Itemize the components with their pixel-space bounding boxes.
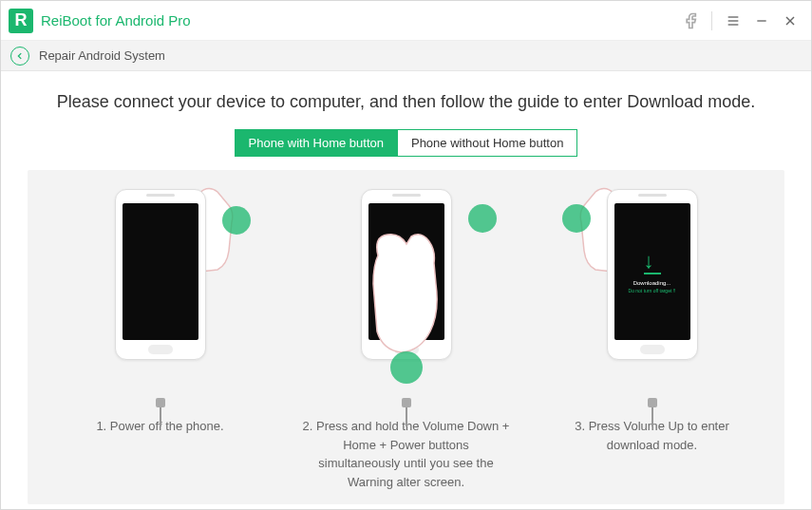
step-1-illustration xyxy=(85,189,236,398)
footer: Can't enter the download mode? xyxy=(28,504,784,510)
step-3-illustration: ↓ Downloading... Do not turn off target … xyxy=(576,189,728,398)
close-icon[interactable] xyxy=(777,8,803,34)
back-button[interactable] xyxy=(10,47,29,66)
tab-bar: Phone with Home button Phone without Hom… xyxy=(28,129,784,157)
tab-home-button[interactable]: Phone with Home button xyxy=(235,129,397,157)
guide-panel: 1. Power off the phone. 2. Press and hol… xyxy=(28,170,784,504)
phone-icon xyxy=(115,189,206,360)
download-arrow-icon: ↓ xyxy=(644,251,661,274)
downloading-warning: Do not turn off target !! xyxy=(629,288,676,293)
touch-indicator xyxy=(390,351,423,384)
step-2: 2. Press and hold the Volume Down + Home… xyxy=(293,189,520,491)
downloading-label: Downloading... xyxy=(633,280,671,286)
cable-icon xyxy=(156,398,165,426)
title-bar: R ReiBoot for Android Pro xyxy=(1,1,811,41)
touch-indicator xyxy=(468,204,497,233)
minimize-icon[interactable] xyxy=(748,8,775,34)
touch-indicator xyxy=(562,204,591,233)
step-3: ↓ Downloading... Do not turn off target … xyxy=(538,189,766,454)
cable-icon xyxy=(648,398,657,426)
divider xyxy=(711,11,712,30)
step-1: 1. Power off the phone. xyxy=(47,189,274,436)
tab-no-home-button[interactable]: Phone without Home button xyxy=(397,129,577,157)
facebook-icon[interactable] xyxy=(679,8,706,34)
sub-bar: Repair Android System xyxy=(1,41,811,71)
content-area: Please connect your device to computer, … xyxy=(1,71,811,509)
menu-icon[interactable] xyxy=(720,8,746,34)
app-logo: R xyxy=(9,9,33,33)
hand-icon xyxy=(364,227,449,360)
touch-indicator xyxy=(222,206,251,235)
cable-icon xyxy=(402,398,411,426)
app-title: ReiBoot for Android Pro xyxy=(41,12,677,28)
page-title: Repair Android System xyxy=(39,48,165,63)
headline: Please connect your device to computer, … xyxy=(28,92,784,112)
phone-icon: ↓ Downloading... Do not turn off target … xyxy=(607,189,698,360)
step-2-caption: 2. Press and hold the Volume Down + Home… xyxy=(302,417,511,491)
step-2-illustration xyxy=(330,189,482,398)
